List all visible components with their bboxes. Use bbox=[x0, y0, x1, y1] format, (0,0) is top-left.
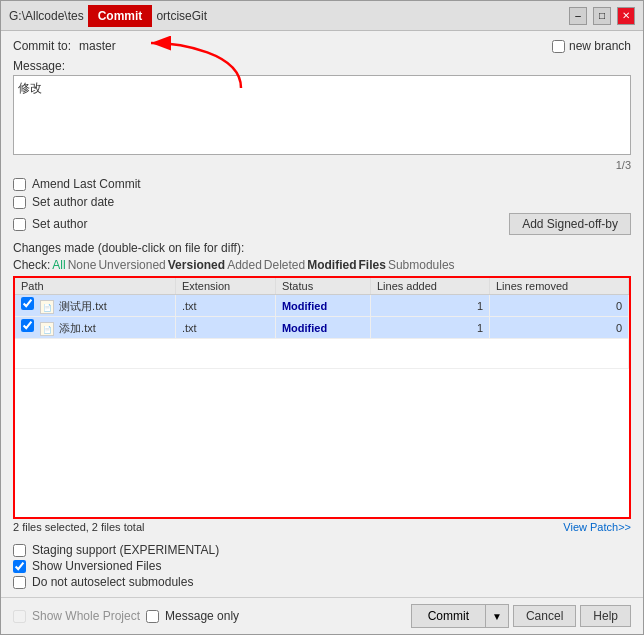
amend-checkbox[interactable] bbox=[13, 178, 26, 191]
files-summary: 2 files selected, 2 files total bbox=[13, 521, 144, 533]
footer: Show Whole Project Message only Commit ▼… bbox=[1, 597, 643, 634]
col-lines-removed: Lines removed bbox=[490, 278, 629, 295]
commit-btn-group: Commit ▼ bbox=[411, 604, 509, 628]
col-status: Status bbox=[275, 278, 370, 295]
changes-table-container: Path Extension Status Lines added Lines … bbox=[13, 276, 631, 519]
message-counter: 1/3 bbox=[13, 159, 631, 171]
changes-title: Changes made (double-click on file for d… bbox=[13, 241, 631, 255]
table-row[interactable]: 📄 测试用.txt .txt Modified 1 0 bbox=[15, 295, 629, 317]
filter-row: Check: All None Unversioned Versioned Ad… bbox=[13, 258, 631, 272]
author-date-label: Set author date bbox=[32, 195, 114, 209]
filter-deleted[interactable]: Deleted bbox=[264, 258, 305, 272]
commit-dropdown-button[interactable]: ▼ bbox=[485, 604, 509, 628]
help-button[interactable]: Help bbox=[580, 605, 631, 627]
staging-checkbox[interactable] bbox=[13, 544, 26, 557]
author-date-checkbox[interactable] bbox=[13, 196, 26, 209]
main-content: Commit to: master new branch Message: 修改… bbox=[1, 31, 643, 597]
message-only-checkbox[interactable] bbox=[146, 610, 159, 623]
author-date-row: Set author date bbox=[13, 195, 631, 209]
file-path-1: 📄 测试用.txt bbox=[15, 295, 175, 317]
commit-to-label: Commit to: bbox=[13, 39, 71, 53]
minimize-button[interactable]: – bbox=[569, 7, 587, 25]
new-branch-label: new branch bbox=[569, 39, 631, 53]
filter-added[interactable]: Added bbox=[227, 258, 262, 272]
file-removed-1: 0 bbox=[490, 295, 629, 317]
file-checkbox-1[interactable] bbox=[21, 297, 34, 310]
filter-submodules[interactable]: Submodules bbox=[388, 258, 455, 272]
title-prefix: G:\Allcode\tes bbox=[9, 9, 84, 23]
message-textarea[interactable]: 修改 bbox=[13, 75, 631, 155]
show-whole-label: Show Whole Project bbox=[32, 609, 140, 623]
title-bar-left: G:\Allcode\tes Commit ortciseGit bbox=[9, 5, 207, 27]
set-author-checkbox[interactable] bbox=[13, 218, 26, 231]
message-only-label: Message only bbox=[165, 609, 239, 623]
show-whole-row: Show Whole Project bbox=[13, 609, 140, 623]
table-header: Path Extension Status Lines added Lines … bbox=[15, 278, 629, 295]
main-window: G:\Allcode\tes Commit ortciseGit – □ ✕ C… bbox=[0, 0, 644, 635]
show-unversioned-checkbox[interactable] bbox=[13, 560, 26, 573]
file-path-2: 📄 添加.txt bbox=[15, 317, 175, 339]
view-patch-link[interactable]: View Patch>> bbox=[563, 521, 631, 533]
footer-right: Commit ▼ Cancel Help bbox=[411, 604, 631, 628]
commit-to-branch: master bbox=[79, 39, 116, 53]
filter-modified[interactable]: Modified bbox=[307, 258, 356, 272]
col-path: Path bbox=[15, 278, 175, 295]
changes-table: Path Extension Status Lines added Lines … bbox=[15, 278, 629, 369]
maximize-button[interactable]: □ bbox=[593, 7, 611, 25]
staging-label: Staging support (EXPERIMENTAL) bbox=[32, 543, 219, 557]
file-status-2: Modified bbox=[275, 317, 370, 339]
no-autoselect-row: Do not autoselect submodules bbox=[13, 575, 631, 589]
set-author-row: Set author bbox=[13, 217, 87, 231]
filter-unversioned[interactable]: Unversioned bbox=[98, 258, 165, 272]
file-ext-2: .txt bbox=[175, 317, 275, 339]
message-only-row: Message only bbox=[146, 609, 239, 623]
table-empty-row bbox=[15, 339, 629, 369]
show-whole-checkbox bbox=[13, 610, 26, 623]
show-unversioned-row: Show Unversioned Files bbox=[13, 559, 631, 573]
set-author-label: Set author bbox=[32, 217, 87, 231]
bottom-checkboxes: Staging support (EXPERIMENTAL) Show Unve… bbox=[13, 543, 631, 589]
file-status-1: Modified bbox=[275, 295, 370, 317]
file-checkbox-2[interactable] bbox=[21, 319, 34, 332]
changes-section: Changes made (double-click on file for d… bbox=[13, 241, 631, 533]
title-controls: – □ ✕ bbox=[569, 7, 635, 25]
check-label: Check: bbox=[13, 258, 50, 272]
amend-label: Amend Last Commit bbox=[32, 177, 141, 191]
summary-row: 2 files selected, 2 files total View Pat… bbox=[13, 521, 631, 533]
col-extension: Extension bbox=[175, 278, 275, 295]
cancel-button[interactable]: Cancel bbox=[513, 605, 576, 627]
show-unversioned-label: Show Unversioned Files bbox=[32, 559, 161, 573]
table-row[interactable]: 📄 添加.txt .txt Modified 1 0 bbox=[15, 317, 629, 339]
file-added-2: 1 bbox=[370, 317, 489, 339]
amend-row: Amend Last Commit bbox=[13, 177, 631, 191]
message-label: Message: bbox=[13, 59, 631, 73]
staging-row: Staging support (EXPERIMENTAL) bbox=[13, 543, 631, 557]
new-branch-checkbox[interactable] bbox=[552, 40, 565, 53]
file-removed-2: 0 bbox=[490, 317, 629, 339]
file-added-1: 1 bbox=[370, 295, 489, 317]
commit-to-row: Commit to: master new branch bbox=[13, 39, 631, 53]
filter-versioned[interactable]: Versioned bbox=[168, 258, 225, 272]
checkboxes-section: Amend Last Commit Set author date Set au… bbox=[13, 177, 631, 235]
close-button[interactable]: ✕ bbox=[617, 7, 635, 25]
title-bar: G:\Allcode\tes Commit ortciseGit – □ ✕ bbox=[1, 1, 643, 31]
title-commit-label: Commit bbox=[88, 5, 153, 27]
commit-button[interactable]: Commit bbox=[411, 604, 485, 628]
title-suffix: ortciseGit bbox=[156, 9, 207, 23]
no-autoselect-label: Do not autoselect submodules bbox=[32, 575, 193, 589]
signed-off-button[interactable]: Add Signed-off-by bbox=[509, 213, 631, 235]
col-lines-added: Lines added bbox=[370, 278, 489, 295]
filter-all[interactable]: All bbox=[52, 258, 65, 272]
message-section: Message: 修改 1/3 bbox=[13, 59, 631, 171]
filter-files[interactable]: Files bbox=[359, 258, 386, 272]
filter-none[interactable]: None bbox=[68, 258, 97, 272]
no-autoselect-checkbox[interactable] bbox=[13, 576, 26, 589]
file-ext-1: .txt bbox=[175, 295, 275, 317]
footer-left: Show Whole Project Message only bbox=[13, 609, 239, 623]
